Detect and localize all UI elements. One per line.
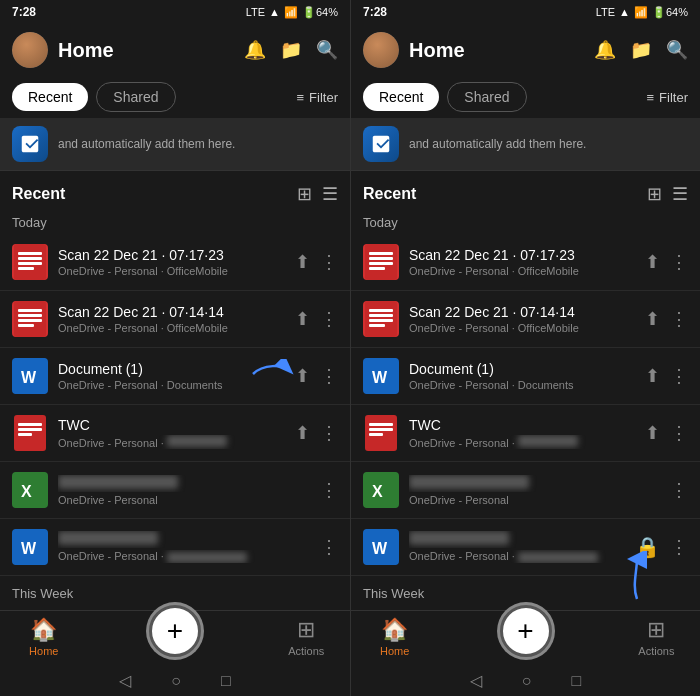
svg-text:W: W [372,540,388,557]
filter-button-left[interactable]: ≡ Filter [297,90,338,105]
file-item-1-left[interactable]: Scan 22 Dec 21 · 07·17·23 OneDrive - Per… [0,234,350,291]
list-icon-right[interactable]: ☰ [672,183,688,205]
svg-rect-27 [369,314,393,317]
file-meta-6-right: OneDrive - Personal · [409,550,625,563]
more-icon-4-right[interactable]: ⋮ [670,422,688,444]
file-item-5-right[interactable]: X OneDrive - Personal ⋮ [351,462,700,519]
file-meta-4-right: OneDrive - Personal · [409,435,635,449]
more-icon-2-right[interactable]: ⋮ [670,308,688,330]
file-info-5-left: OneDrive - Personal [58,475,310,506]
today-label-left: Today [0,211,350,234]
wifi-icon: 📶 [284,6,298,19]
grid-icon-left[interactable]: ⊞ [297,183,312,205]
more-icon-3-right[interactable]: ⋮ [670,365,688,387]
file-actions-2-right: ⬆ ⋮ [645,308,688,330]
more-icon-3-left[interactable]: ⋮ [320,365,338,387]
banner-icon-left [12,126,48,162]
avatar-left[interactable] [12,32,48,68]
file-name-6-left [58,531,310,548]
svg-rect-22 [369,257,393,260]
upload-icon-1-right[interactable]: ⬆ [645,251,660,273]
tab-shared-left[interactable]: Shared [96,82,175,112]
fab-right[interactable]: + [500,605,552,657]
file-meta-2-left: OneDrive - Personal · OfficeMobile [58,322,285,334]
file-name-1-left: Scan 22 Dec 21 · 07·17·23 [58,247,285,263]
lte-icon: LTE [246,6,265,18]
more-icon-6-right[interactable]: ⋮ [670,536,688,558]
file-item-6-left[interactable]: W OneDrive - Personal · ⋮ [0,519,350,576]
upload-icon-4-right[interactable]: ⬆ [645,422,660,444]
file-item-2-right[interactable]: Scan 22 Dec 21 · 07·14·14 OneDrive - Per… [351,291,700,348]
file-item-3-left[interactable]: W Document (1) OneDrive - Personal · Doc… [0,348,350,405]
more-icon-4-left[interactable]: ⋮ [320,422,338,444]
home-icon-left: 🏠 [30,617,57,643]
nav-actions-left[interactable]: ⊞ Actions [263,617,351,657]
back-btn-left[interactable]: ◁ [119,671,131,690]
recents-btn-right[interactable]: □ [572,672,582,690]
list-icon-left[interactable]: ☰ [322,183,338,205]
svg-text:X: X [372,483,383,500]
file-item-6-right[interactable]: W OneDrive - Personal · 🔒 ⋮ [351,519,700,576]
search-icon-left[interactable]: 🔍 [316,39,338,61]
file-info-1-left: Scan 22 Dec 21 · 07·17·23 OneDrive - Per… [58,247,285,277]
tab-shared-right[interactable]: Shared [447,82,526,112]
filter-button-right[interactable]: ≡ Filter [647,90,688,105]
svg-rect-6 [18,309,42,312]
file-item-2-left[interactable]: Scan 22 Dec 21 · 07·14·14 OneDrive - Per… [0,291,350,348]
bell-icon-right[interactable]: 🔔 [594,39,616,61]
more-icon-1-right[interactable]: ⋮ [670,251,688,273]
file-icon-excel-right: X [363,472,399,508]
back-btn-right[interactable]: ◁ [470,671,482,690]
home-btn-left[interactable]: ○ [171,672,181,690]
svg-text:W: W [21,369,37,386]
file-icon-doc-right [363,415,399,451]
wifi-icon-right: 📶 [634,6,648,19]
scroll-content-right[interactable]: Recent ⊞ ☰ Today Scan 22 Dec 21 · 07·17·… [351,171,700,610]
file-item-4-right[interactable]: TWC OneDrive - Personal · ⬆ ⋮ [351,405,700,462]
upload-icon-1-left[interactable]: ⬆ [295,251,310,273]
nav-home-left[interactable]: 🏠 Home [0,617,88,657]
file-item-3-right[interactable]: W Document (1) OneDrive - Personal · Doc… [351,348,700,405]
file-meta-5-left: OneDrive - Personal [58,494,310,506]
recent-header-right: Recent ⊞ ☰ [351,171,700,211]
avatar-right[interactable] [363,32,399,68]
file-meta-4-left: OneDrive - Personal · [58,435,285,449]
bell-icon-left[interactable]: 🔔 [244,39,266,61]
file-meta-1-right: OneDrive - Personal · OfficeMobile [409,265,635,277]
more-icon-2-left[interactable]: ⋮ [320,308,338,330]
recents-btn-left[interactable]: □ [221,672,231,690]
banner-text-right: and automatically add them here. [409,137,586,151]
upload-icon-3-right[interactable]: ⬆ [645,365,660,387]
more-icon-5-left[interactable]: ⋮ [320,479,338,501]
grid-icon-right[interactable]: ⊞ [647,183,662,205]
recent-actions-left: ⊞ ☰ [297,183,338,205]
more-icon-1-left[interactable]: ⋮ [320,251,338,273]
status-icons-left: LTE ▲ 📶 🔋64% [246,6,338,19]
tab-recent-left[interactable]: Recent [12,83,88,111]
upload-icon-2-right[interactable]: ⬆ [645,308,660,330]
nav-actions-right[interactable]: ⊞ Actions [613,617,700,657]
nav-home-right[interactable]: 🏠 Home [351,617,438,657]
file-item-1-right[interactable]: Scan 22 Dec 21 · 07·17·23 OneDrive - Per… [351,234,700,291]
file-item-4-left[interactable]: TWC OneDrive - Personal · ⬆ ⋮ [0,405,350,462]
more-icon-6-left[interactable]: ⋮ [320,536,338,558]
search-icon-right[interactable]: 🔍 [666,39,688,61]
folder-icon-right[interactable]: 📁 [630,39,652,61]
svg-rect-24 [369,267,385,270]
folder-icon-left[interactable]: 📁 [280,39,302,61]
more-icon-5-right[interactable]: ⋮ [670,479,688,501]
upload-icon-4-left[interactable]: ⬆ [295,422,310,444]
upload-icon-2-left[interactable]: ⬆ [295,308,310,330]
home-btn-right[interactable]: ○ [522,672,532,690]
tab-recent-right[interactable]: Recent [363,83,439,111]
file-item-5-left[interactable]: X OneDrive - Personal ⋮ [0,462,350,519]
thisweek-label-left: This Week [0,582,350,605]
filter-label-left: Filter [309,90,338,105]
svg-rect-35 [369,433,383,436]
fab-left[interactable]: + [149,605,201,657]
file-icon-word2-right: W [363,529,399,565]
file-meta-5-right: OneDrive - Personal [409,494,660,506]
svg-rect-15 [18,433,32,436]
file-icon-word2-left: W [12,529,48,565]
scroll-content-left[interactable]: Recent ⊞ ☰ Today Scan 22 Dec 21 · 07·17·… [0,171,350,610]
